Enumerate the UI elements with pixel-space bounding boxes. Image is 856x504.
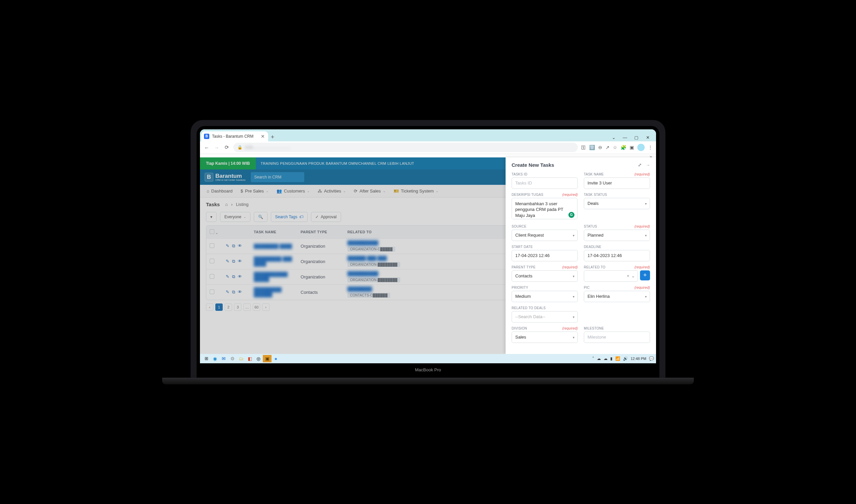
maximize-button[interactable]: ▢ [631,135,641,140]
tab-title: Tasks - Barantum CRM [212,134,253,139]
edge-icon[interactable]: ◉ [211,355,219,362]
nav-back-icon[interactable]: ← [203,145,210,150]
device-label: MacBook Pro [200,363,656,374]
key-icon[interactable]: ⚿ [581,145,586,150]
related-deals-select[interactable] [512,311,578,323]
lbl-task-name: TASK NAME [584,173,604,176]
reload-icon[interactable]: ⟳ [224,144,230,150]
translate-icon[interactable]: 🈳 [589,145,595,150]
zoom-icon[interactable]: ● [271,355,280,362]
browser-tab[interactable]: B Tasks - Barantum CRM ✕ [201,131,268,141]
star-icon[interactable]: ☆ [613,145,617,150]
explorer-icon[interactable]: 🗂 [237,355,246,362]
lbl-related-to: RELATED TO [584,265,606,269]
lbl-milestone: MILESTONE [584,326,604,330]
lbl-priority: PRIORITY [512,286,528,289]
chevron-down-icon[interactable]: ⌄ [631,273,635,278]
windows-taskbar: ⊞ ◉ ✉ ⚙ 🗂 ◧ ◎ ▣ ● ˄ ☁ ☁ ▮ 📶 🔊 [200,354,656,363]
lock-icon: 🔒 [237,145,243,150]
extensions-icon[interactable]: 🧩 [621,145,626,150]
start-button[interactable]: ⊞ [202,355,211,362]
mail-icon[interactable]: ✉ [219,355,228,362]
milestone-input[interactable] [584,331,650,343]
new-tab-button[interactable]: + [268,134,277,141]
task-status-select[interactable] [584,198,650,209]
division-select[interactable] [512,331,578,343]
priority-select[interactable] [512,291,578,302]
lbl-deadline: DEADLINE [584,245,601,249]
laptop-base [162,378,694,384]
browser-tab-strip: B Tasks - Barantum CRM ✕ + ⌄ — ▢ ✕ [200,129,656,141]
lbl-source: SOURCE [512,224,527,228]
kebab-menu-icon[interactable]: ⋮ [648,145,653,150]
zoom-icon[interactable]: ⊖ [598,145,602,150]
volume-icon[interactable]: 🔊 [623,356,628,361]
lbl-division: DIVISION [512,326,527,330]
create-task-panel: Create New Tasks ⤢ → TASKS ID [505,158,656,354]
url-text: crm.......................... [245,145,290,150]
favicon-icon: B [204,134,209,139]
lbl-status: STATUS [584,224,597,228]
related-to-input[interactable]: × ⌄ [584,270,638,282]
expand-icon[interactable]: ⤢ [638,162,642,167]
sidepanel-icon[interactable]: ▣ [630,145,634,150]
lbl-deskripsi: DESKRIPSI TUGAS [512,193,543,197]
lbl-tasks-id: TASKS ID [512,173,527,176]
nav-forward-icon[interactable]: → [213,145,220,150]
start-date-input[interactable] [512,250,578,262]
grammarly-icon[interactable]: G [568,212,574,218]
task-name-input[interactable] [584,178,650,189]
deskripsi-textarea[interactable]: Menambahkan 3 user pengguna CRM pada PT … [512,198,577,219]
pic-select[interactable] [584,291,650,302]
chrome-icon[interactable]: ◎ [254,355,263,362]
close-tab-icon[interactable]: ✕ [261,134,265,139]
panel-title: Create New Tasks [512,162,554,168]
tray-expand-icon[interactable]: ˄ [592,356,594,361]
lbl-parent-type: PARENT TYPE [512,265,536,269]
close-panel-icon[interactable]: → [646,162,650,167]
add-related-button[interactable]: + [640,270,650,281]
minimize-button[interactable]: — [620,135,630,140]
tasks-id-input[interactable] [512,178,578,189]
notifications-icon[interactable]: 💬 [649,356,654,361]
lbl-pic: PIC [584,286,590,289]
status-select[interactable] [584,230,650,241]
lbl-task-status: TASK STATUS [584,193,607,197]
clock[interactable]: 12:48 PM [631,357,646,361]
tab-search-icon[interactable]: ⌄ [609,135,619,140]
close-window-button[interactable]: ✕ [643,135,653,140]
app-icon[interactable]: ▣ [263,355,271,362]
onedrive-icon[interactable]: ☁ [597,356,601,361]
settings-icon[interactable]: ⚙ [228,355,237,362]
powerpoint-icon[interactable]: ◧ [246,355,254,362]
source-select[interactable] [512,230,578,241]
omnibox[interactable]: 🔒 crm.......................... [233,143,578,152]
share-icon[interactable]: ↗ [606,145,610,150]
wifi-icon[interactable]: 📶 [615,356,620,361]
battery-icon[interactable]: ▮ [610,356,612,361]
address-bar: ← → ⟳ 🔒 crm.......................... ⚿ … [200,141,656,154]
parent-type-select[interactable] [512,270,578,282]
profile-avatar[interactable] [637,144,645,151]
lbl-start-date: START DATE [512,245,533,249]
clear-icon[interactable]: × [627,273,629,278]
cloud-icon[interactable]: ☁ [604,356,608,361]
bookmark-overflow[interactable]: » [200,154,656,158]
deadline-input[interactable] [584,250,650,262]
lbl-related-deals: RELATED TO DEALS [512,306,546,310]
